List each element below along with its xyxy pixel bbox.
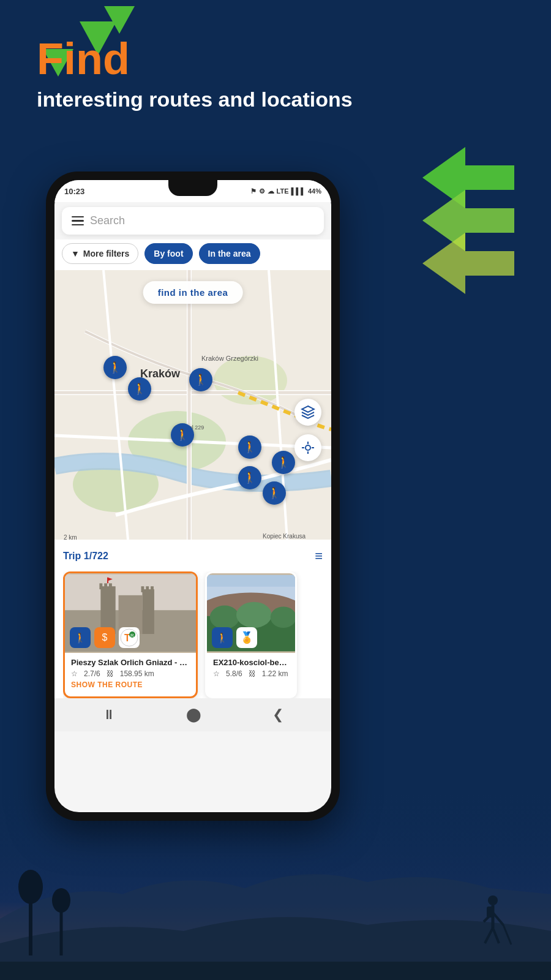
- phone-screen: 10:23 ⚑ ⚙ ☁ LTE ▌▌▌ 44% Search: [54, 180, 331, 812]
- map-pin-8[interactable]: 🚶: [263, 481, 286, 505]
- filter-row: ▼ More filters By foot In the area: [54, 239, 331, 270]
- map-pin-2[interactable]: 🚶: [128, 377, 151, 401]
- svg-text:Kraków Grzegórzki: Kraków Grzegórzki: [201, 355, 258, 362]
- distance-1: 158.95 km: [120, 669, 154, 678]
- list-view-button[interactable]: ≡: [315, 548, 323, 564]
- svg-point-52: [236, 602, 272, 628]
- card-2-badges: 🚶 🏅: [212, 627, 257, 648]
- map-area[interactable]: Kraków Kraków Grzegórzki 2 km Kopiec Kra…: [54, 270, 331, 540]
- map-pin-1[interactable]: 🚶: [103, 356, 127, 379]
- svg-point-56: [488, 895, 498, 905]
- subtitle: interesting routes and locations: [37, 87, 353, 112]
- trees-left: [18, 870, 70, 956]
- svg-point-51: [210, 606, 239, 629]
- route-cards: 🚶 $ T R: [63, 571, 323, 698]
- rating-2: 5.8/6: [226, 669, 242, 678]
- svg-point-67: [52, 888, 70, 913]
- route-stats-1: ☆ 2.7/6 ⛓ 158.95 km: [71, 669, 190, 678]
- money-badge: $: [94, 627, 115, 648]
- star-icon-2: ☆: [213, 669, 220, 678]
- trip-count: Trip 1/722: [63, 551, 108, 562]
- map-pin-6[interactable]: 🚶: [272, 451, 295, 474]
- svg-marker-0: [104, 6, 135, 34]
- svg-rect-40: [151, 586, 154, 592]
- route-name-1: Pieszy Szlak Orlich Gniazd - oficjal...: [71, 658, 190, 667]
- svg-text:Kraków: Kraków: [140, 368, 181, 380]
- route-card-1-info: Pieszy Szlak Orlich Gniazd - oficjal... …: [65, 653, 196, 696]
- map-pin-4[interactable]: 🚶: [171, 423, 194, 447]
- svg-line-58: [484, 913, 493, 922]
- route-card-2-info: EX210-kosciol-bened... ☆ 5.8/6 ⛓ 1.22 km: [207, 653, 295, 683]
- pause-button[interactable]: ⏸: [94, 704, 124, 725]
- route-card-1[interactable]: 🚶 $ T R: [63, 571, 198, 698]
- menu-lines-icon: [72, 216, 84, 226]
- svg-line-60: [485, 928, 493, 943]
- svg-line-59: [493, 913, 503, 925]
- svg-line-61: [493, 928, 499, 943]
- svg-text:Kopiec Krakusa: Kopiec Krakusa: [263, 533, 305, 540]
- layers-icon: [301, 405, 315, 420]
- chain-icon-1: ⛓: [107, 669, 114, 678]
- show-route-button-1[interactable]: SHOW THE ROUTE: [71, 678, 143, 692]
- map-locate-button[interactable]: [294, 434, 321, 461]
- trail-badge: T R: [119, 627, 140, 648]
- phone-notch: [168, 180, 217, 196]
- more-filters-button[interactable]: ▼ More filters: [62, 243, 138, 264]
- svg-rect-34: [104, 583, 107, 589]
- svg-marker-5: [422, 233, 514, 294]
- map-pin-3[interactable]: 🚶: [189, 368, 212, 391]
- bottom-nav: ⏸ ⬤ ❮: [54, 698, 331, 731]
- svg-rect-33: [99, 583, 102, 589]
- map-layers-button[interactable]: [294, 399, 321, 426]
- map-pin-7[interactable]: 🚶: [238, 466, 261, 489]
- trip-header: Trip 1/722 ≡: [63, 548, 323, 564]
- walking-badge: 🚶: [70, 627, 91, 648]
- svg-rect-63: [487, 907, 494, 918]
- svg-rect-37: [142, 589, 154, 634]
- by-foot-button[interactable]: By foot: [144, 243, 192, 264]
- svg-marker-23: [302, 406, 314, 412]
- chain-icon-2: ⛓: [249, 669, 256, 678]
- phone-mockup: 10:23 ⚑ ⚙ ☁ LTE ▌▌▌ 44% Search: [46, 172, 340, 821]
- svg-rect-35: [109, 583, 112, 589]
- in-the-area-button[interactable]: In the area: [199, 243, 260, 264]
- svg-marker-3: [422, 147, 514, 208]
- trip-section: Trip 1/722 ≡: [54, 540, 331, 698]
- svg-text:R: R: [130, 633, 134, 638]
- svg-rect-55: [0, 962, 551, 980]
- route-card-2[interactable]: 🚶 🏅 EX210-kosciol-bened... ☆ 5.8/6 ⛓ 1.2…: [205, 571, 297, 698]
- svg-point-65: [18, 870, 43, 904]
- svg-text:2 km: 2 km: [64, 534, 77, 540]
- star-icon-1: ☆: [71, 669, 78, 678]
- svg-rect-39: [146, 586, 149, 592]
- rating-1: 2.7/6: [84, 669, 100, 678]
- svg-point-53: [271, 606, 295, 628]
- status-icons: ⚑ ⚙ ☁ LTE ▌▌▌ 44%: [250, 187, 321, 195]
- home-button[interactable]: ⬤: [178, 704, 210, 725]
- search-bar[interactable]: Search: [62, 207, 324, 235]
- back-button[interactable]: ❮: [264, 704, 292, 725]
- search-placeholder: Search: [90, 214, 125, 227]
- status-time: 10:23: [64, 187, 84, 196]
- distance-2: 1.22 km: [262, 669, 288, 678]
- decoration-triangles-right: [416, 141, 539, 312]
- find-in-area-button[interactable]: find in the area: [143, 281, 243, 304]
- locate-icon: [301, 440, 315, 455]
- svg-rect-38: [141, 586, 144, 592]
- svg-marker-4: [422, 190, 514, 251]
- filter-icon: ▼: [71, 249, 80, 258]
- svg-line-62: [503, 925, 511, 944]
- find-title: Find: [37, 37, 353, 81]
- award-badge: 🏅: [236, 627, 257, 648]
- route-stats-2: ☆ 5.8/6 ⛓ 1.22 km: [213, 669, 289, 678]
- route-name-2: EX210-kosciol-bened...: [213, 658, 289, 667]
- card-1-badges: 🚶 $ T R: [70, 627, 140, 648]
- route-card-image-2: 🚶 🏅: [207, 573, 295, 653]
- walking-badge-2: 🚶: [212, 627, 233, 648]
- trail-t-icon: T R: [120, 628, 138, 647]
- svg-point-24: [305, 445, 310, 450]
- hiker-silhouette: [484, 895, 511, 944]
- map-pin-5[interactable]: 🚶: [238, 435, 261, 459]
- map-background: Kraków Kraków Grzegórzki 2 km Kopiec Kra…: [54, 270, 331, 540]
- route-card-image-1: 🚶 $ T R: [65, 573, 196, 653]
